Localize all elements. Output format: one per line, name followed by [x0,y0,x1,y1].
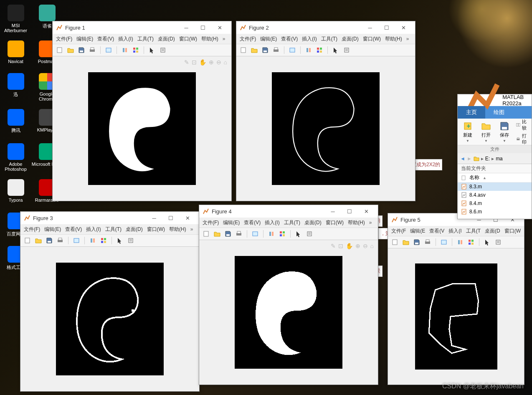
menu-item[interactable]: 窗口(W) [145,225,167,234]
menu-item[interactable]: 编辑(E) [221,218,241,227]
menu-item[interactable]: 插入(I) [300,35,318,43]
menu-item[interactable]: 插入(I [447,227,463,235]
link-button[interactable] [104,46,113,55]
menu-item[interactable]: 桌面(D) [303,218,323,227]
home-icon[interactable]: ⌂ [224,59,227,66]
datatip-icon[interactable]: ⊡ [338,243,343,249]
desktop-icon[interactable]: Typora [0,174,31,208]
desktop-icon[interactable]: 腾讯 [0,105,31,138]
close-button[interactable]: ✕ [358,205,375,217]
menu-item[interactable]: 工具(T) [104,225,123,234]
colorbar-button[interactable] [131,46,140,55]
menu-item[interactable]: 帮助(H) [200,35,220,43]
zoom-out-icon[interactable]: ⊖ [363,243,368,249]
colorbar-button[interactable] [315,46,324,55]
file-list-item[interactable]: 8.4.m [458,199,532,208]
minimize-button[interactable]: ─ [362,22,378,33]
save-button[interactable] [77,46,86,55]
pan-icon[interactable]: ✋ [199,59,206,66]
menu-item[interactable]: 窗口(W) [177,35,199,43]
ribbon-compare[interactable]: 比较 [516,119,528,131]
close-button[interactable]: ✕ [395,22,412,33]
data-cursor-button[interactable] [456,238,465,247]
new-figure-button[interactable] [202,229,211,238]
data-cursor-button[interactable] [120,46,129,55]
insert-button[interactable] [342,46,351,55]
menu-item[interactable]: 编辑(E) [43,225,63,234]
close-button[interactable]: ✕ [179,212,196,224]
figure-titlebar[interactable]: Figure 2 ─ ☐ ✕ [236,21,415,34]
menu-item[interactable]: 帮助(H) [167,225,188,234]
link-button[interactable] [439,238,448,247]
desktop-icon[interactable]: Navicat [0,35,31,69]
menu-item[interactable]: 文件(F) [22,225,42,234]
menu-item[interactable]: 编辑(E [408,227,427,235]
menu-item[interactable]: 工具(T [464,227,482,235]
open-button[interactable] [66,46,75,55]
home-icon[interactable]: ⌂ [370,243,374,249]
nav-fwd-icon[interactable]: ► [467,156,472,162]
colorbar-button[interactable] [278,229,287,238]
tab-plots[interactable]: 绘图 [485,106,513,119]
save-button[interactable] [45,236,54,245]
menu-item[interactable]: 文件(F) [201,218,220,227]
insert-button[interactable] [305,229,314,238]
menu-item[interactable]: 查看(V) [279,35,299,43]
pointer-button[interactable] [147,46,157,55]
menu-overflow-icon[interactable]: » [221,36,227,42]
open-button[interactable] [250,46,259,55]
minimize-button[interactable]: ─ [324,205,341,217]
menu-item[interactable]: 查看(V) [96,35,116,43]
menu-item[interactable]: 查看(V [428,227,446,235]
menu-item[interactable]: 工具(T) [136,35,155,43]
path-folder[interactable]: ma [496,156,503,162]
menu-overflow-icon[interactable]: » [189,226,195,232]
menu-overflow-icon[interactable]: » [367,220,374,225]
menu-item[interactable]: 插入(I) [263,218,281,227]
new-figure-button[interactable] [23,236,32,245]
insert-button[interactable] [494,238,503,247]
pointer-button[interactable] [294,229,303,238]
menu-item[interactable]: 桌面(D [483,227,502,235]
print-button[interactable] [88,46,97,55]
tab-home[interactable]: 主页 [458,106,485,119]
minimize-button[interactable]: ─ [146,212,162,224]
nav-back-icon[interactable]: ◄ [460,156,465,162]
ribbon-save[interactable]: 保存 ▼ [498,120,511,144]
menu-item[interactable]: 工具(T) [319,35,339,43]
maximize-button[interactable]: ☐ [195,22,211,33]
colorbar-button[interactable] [99,236,108,245]
desktop-icon[interactable]: 迅 [0,69,31,102]
print-button[interactable] [56,236,65,245]
open-button[interactable] [401,238,410,247]
file-list-item[interactable]: 8.3.m [458,182,532,191]
link-button[interactable] [72,236,81,245]
menu-item[interactable]: 桌面(D) [156,35,177,43]
new-figure-button[interactable] [390,238,400,247]
print-button[interactable] [234,229,243,238]
menu-item[interactable]: 工具(T) [282,218,302,227]
menu-item[interactable]: 窗口(W) [361,35,383,43]
menu-item[interactable]: 帮助(H [523,227,524,235]
path-drive[interactable]: E: [485,156,490,162]
menu-item[interactable]: 帮助(H) [383,35,404,43]
menu-item[interactable]: 编辑(E) [258,35,279,43]
new-figure-button[interactable] [239,46,248,55]
menu-item[interactable]: 文件(F) [54,35,74,43]
menu-item[interactable]: 文件(F [390,227,408,235]
pan-icon[interactable]: ✋ [346,243,353,249]
menu-item[interactable]: 桌面(D) [340,35,360,43]
menu-item[interactable]: 帮助(H) [346,218,367,227]
close-button[interactable]: ✕ [211,22,228,33]
minimize-button[interactable]: ─ [178,22,195,33]
menu-overflow-icon[interactable]: » [405,36,411,42]
brush-icon[interactable]: ✎ [184,59,189,66]
print-button[interactable] [423,238,432,247]
ribbon-new[interactable]: 新建 ▼ [461,120,474,144]
name-column-header[interactable]: 名称 ▲ [458,173,532,182]
data-cursor-button[interactable] [88,236,97,245]
data-cursor-button[interactable] [304,46,313,55]
zoom-out-icon[interactable]: ⊖ [216,59,221,66]
file-list-item[interactable]: 8.6.m [458,208,532,216]
menu-item[interactable]: 桌面(D) [124,225,144,234]
